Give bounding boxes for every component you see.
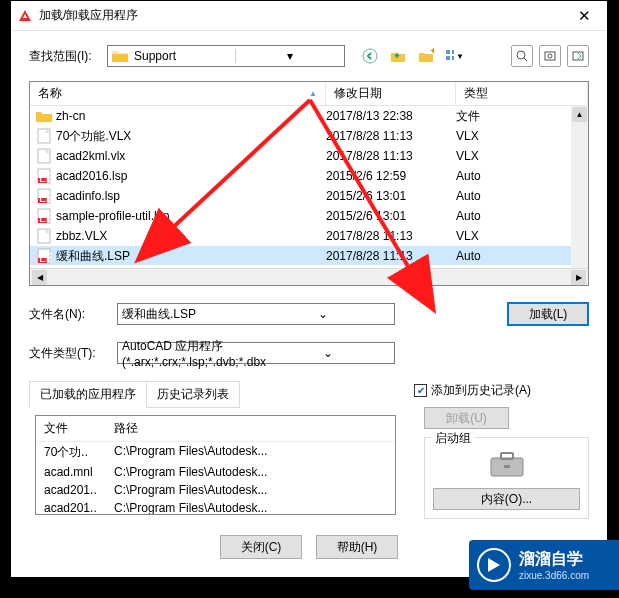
- back-button[interactable]: [359, 45, 381, 67]
- startup-group-label: 启动组: [431, 430, 475, 447]
- svg-rect-10: [38, 129, 50, 143]
- svg-point-8: [548, 54, 552, 58]
- svg-rect-2: [446, 50, 450, 54]
- loaded-apps-list[interactable]: 文件路径 70个功..C:\Program Files\Autodesk...a…: [35, 415, 396, 515]
- svg-rect-21: [38, 229, 50, 243]
- watermark-name: 溜溜自学: [519, 549, 589, 570]
- loaded-row[interactable]: 70个功..C:\Program Files\Autodesk...: [36, 442, 395, 463]
- file-list[interactable]: 名称▲ 修改日期 类型 zh-cn2017/8/13 22:38文件70个功能.…: [29, 81, 589, 286]
- svg-text:LSP: LSP: [39, 191, 52, 204]
- chevron-down-icon: ▾: [235, 49, 341, 63]
- name-column-header[interactable]: 名称▲: [30, 82, 326, 105]
- watermark: 溜溜自学 zixue.3d66.com: [469, 540, 619, 590]
- type-column-header[interactable]: 类型: [456, 82, 588, 105]
- file-row[interactable]: LSPacad2016.lsp2015/2/6 12:59Auto: [30, 166, 588, 186]
- watermark-url: zixue.3d66.com: [519, 570, 589, 581]
- filetype-label: 文件类型(T):: [29, 345, 107, 362]
- loaded-row[interactable]: acad201..C:\Program Files\Autodesk...: [36, 481, 395, 499]
- svg-text:LSP: LSP: [39, 211, 52, 224]
- close-dialog-button[interactable]: 关闭(C): [220, 535, 302, 559]
- chevron-down-icon: ⌄: [266, 346, 390, 360]
- file-row[interactable]: LSPacadinfo.lsp2015/2/6 13:01Auto: [30, 186, 588, 206]
- vertical-scrollbar[interactable]: ▲: [571, 106, 588, 268]
- svg-rect-26: [501, 453, 513, 459]
- svg-point-0: [363, 49, 377, 63]
- loaded-row[interactable]: acad201..C:\Program Files\Autodesk...: [36, 499, 395, 515]
- locate-icon: [543, 49, 557, 63]
- svg-rect-5: [452, 56, 454, 60]
- tool-locate-button[interactable]: [539, 45, 561, 67]
- app-icon: [17, 8, 33, 24]
- scroll-right-icon: ▶: [571, 270, 586, 285]
- tab-loaded-apps[interactable]: 已加载的应用程序: [29, 381, 147, 408]
- file-row[interactable]: acad2kml.vlx2017/8/28 11:13VLX: [30, 146, 588, 166]
- scroll-up-icon: ▲: [572, 107, 587, 122]
- svg-rect-11: [38, 149, 50, 163]
- filename-input[interactable]: 缓和曲线.LSP⌄: [117, 303, 395, 325]
- filetype-select[interactable]: AutoCAD 应用程序(*.arx;*.crx;*.lsp;*.dvb;*.d…: [117, 342, 395, 364]
- location-label: 查找范围(I):: [29, 48, 99, 65]
- file-row[interactable]: zbbz.VLX2017/8/28 11:13VLX: [30, 226, 588, 246]
- back-icon: [362, 48, 378, 64]
- scroll-left-icon: ◀: [32, 270, 47, 285]
- filename-label: 文件名(N):: [29, 306, 107, 323]
- checkmark-icon: ✔: [414, 384, 427, 397]
- views-icon: [444, 48, 454, 64]
- location-combo[interactable]: Support ▾: [107, 45, 345, 67]
- svg-rect-3: [452, 50, 454, 54]
- contents-button[interactable]: 内容(O)...: [433, 488, 580, 510]
- briefcase-icon: [487, 450, 527, 480]
- play-icon: [477, 548, 511, 582]
- svg-rect-4: [446, 56, 450, 60]
- svg-text:LSP: LSP: [39, 171, 52, 184]
- folder-icon: [112, 49, 128, 63]
- file-row[interactable]: zh-cn2017/8/13 22:38文件: [30, 106, 588, 126]
- file-row[interactable]: 70个功能.VLX2017/8/28 11:13VLX: [30, 126, 588, 146]
- new-folder-button[interactable]: ✦: [415, 45, 437, 67]
- unload-button[interactable]: 卸载(U): [424, 407, 509, 429]
- loaded-row[interactable]: acad.mnlC:\Program Files\Autodesk...: [36, 463, 395, 481]
- svg-rect-27: [504, 465, 510, 468]
- tab-history[interactable]: 历史记录列表: [146, 381, 240, 408]
- loaded-path-header: 路径: [114, 420, 138, 437]
- window-title: 加载/卸载应用程序: [39, 7, 562, 24]
- up-folder-icon: [390, 48, 406, 64]
- load-button[interactable]: 加载(L): [507, 302, 589, 326]
- up-button[interactable]: [387, 45, 409, 67]
- svg-point-6: [517, 51, 525, 59]
- goto-icon: [571, 49, 585, 63]
- file-row[interactable]: LSPsample-profile-util.lsp2015/2/6 13:01…: [30, 206, 588, 226]
- loaded-file-header: 文件: [44, 420, 114, 437]
- new-folder-icon: ✦: [418, 48, 434, 64]
- tool-find-button[interactable]: [511, 45, 533, 67]
- svg-rect-7: [545, 52, 555, 60]
- views-button[interactable]: ▼: [443, 45, 465, 67]
- close-button[interactable]: ✕: [562, 1, 607, 31]
- date-column-header[interactable]: 修改日期: [326, 82, 456, 105]
- tool-add-button[interactable]: [567, 45, 589, 67]
- svg-text:✦: ✦: [429, 48, 434, 58]
- location-value: Support: [134, 49, 235, 63]
- chevron-down-icon: ⌄: [256, 307, 390, 321]
- file-row[interactable]: LSP缓和曲线.LSP2017/8/28 11:13Auto: [30, 246, 588, 265]
- add-to-history-checkbox[interactable]: ✔添加到历史记录(A): [414, 382, 589, 399]
- help-button[interactable]: 帮助(H): [316, 535, 398, 559]
- search-icon: [515, 49, 529, 63]
- horizontal-scrollbar[interactable]: ◀▶: [30, 268, 588, 285]
- svg-text:LSP: LSP: [39, 251, 52, 264]
- sort-asc-icon: ▲: [309, 89, 317, 98]
